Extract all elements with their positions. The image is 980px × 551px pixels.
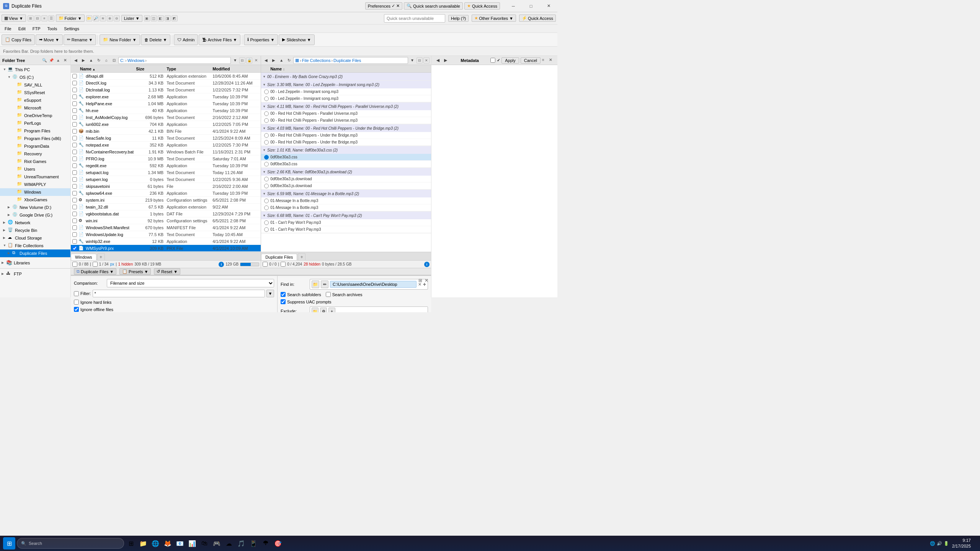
file-row[interactable]: 📦 mib.bin 42.1 KB BIN File 4/1/2024 9:22… xyxy=(71,128,261,135)
header-type[interactable]: Type xyxy=(165,67,211,71)
file-check[interactable] xyxy=(71,74,78,78)
quick-access-item[interactable]: ★ Quick Access xyxy=(464,2,500,10)
find-in-edit-btn[interactable]: ✏ xyxy=(321,280,328,288)
lister-btn[interactable]: Lister ▼ xyxy=(121,15,142,22)
nav-home-btn[interactable]: ⌂ xyxy=(103,57,110,64)
file-check[interactable] xyxy=(71,150,78,154)
lister-icon2-btn[interactable]: ◫ xyxy=(151,15,157,21)
dup-group-header-led-zeppelin[interactable]: ▼Size: 3.30 MB, Name: 00 - Led Zeppelin … xyxy=(261,81,431,88)
right-pane-close-btn[interactable]: ✕ xyxy=(423,57,430,64)
dup-group-header-js-download[interactable]: ▼Size: 2.66 KB, Name: 0df0be30a3.js.down… xyxy=(261,168,431,176)
suppress-uac-cb[interactable] xyxy=(281,299,286,304)
file-check[interactable] xyxy=(71,81,78,85)
file-check[interactable] xyxy=(71,177,78,182)
delete-btn[interactable]: 🗑 Delete ▼ xyxy=(141,34,171,45)
dup-item[interactable]: 01 - Can't Pay Won't Pay.mp3 xyxy=(261,226,431,233)
view-list-btn[interactable]: ≡ xyxy=(41,15,47,21)
left-tab-add-btn[interactable]: + xyxy=(97,253,105,260)
file-check[interactable] xyxy=(71,205,78,209)
file-row[interactable]: 📄 skipsavetoini 61 bytes File 2/16/2022 … xyxy=(71,183,261,190)
file-row[interactable]: 📄 setupact.log 1.34 MB Text Document Tod… xyxy=(71,169,261,176)
right-nav-filter-btn[interactable]: ▼ xyxy=(409,57,416,64)
file-row[interactable]: 📄 setuperr.log 0 bytes Text Document 1/2… xyxy=(71,176,261,183)
tree-item-windows[interactable]: 📁Windows xyxy=(0,188,70,196)
file-check[interactable] xyxy=(71,212,78,216)
file-check[interactable] xyxy=(71,232,78,237)
file-row[interactable]: 📄 vgkbootstatus.dat 1 bytes DAT File 12/… xyxy=(71,210,261,217)
view-btn[interactable]: ▦ View ▼ xyxy=(2,15,26,22)
menu-file[interactable]: File xyxy=(2,26,15,32)
quick-access-btn[interactable]: ⚡ Quick Access xyxy=(519,15,556,22)
right-nav-back-btn[interactable]: ◀ xyxy=(263,57,270,64)
tree-item-cloud-storage[interactable]: ▶☁Cloud Storage xyxy=(0,234,70,242)
right-status-cb1[interactable] xyxy=(263,262,268,267)
tree-item-program-files-x86[interactable]: 📁Program Files (x86) xyxy=(0,135,70,142)
help-btn[interactable]: Help (?) xyxy=(448,15,469,22)
folder-icon4-btn[interactable]: ⊕ xyxy=(107,15,113,21)
tree-item-google-drive[interactable]: ▶💿Google Drive (G:) xyxy=(0,211,70,219)
file-row[interactable]: 🔧 explorer.exe 2.68 MB Application Tuesd… xyxy=(71,93,261,100)
file-check[interactable] xyxy=(71,101,78,106)
status-info-btn[interactable]: i xyxy=(219,262,224,267)
meta-apply-btn[interactable]: Apply xyxy=(501,57,519,64)
tree-search-btn[interactable]: 🔍 xyxy=(41,57,47,64)
close-pref-icon[interactable]: ✕ xyxy=(396,3,400,8)
tree-item-riot-games[interactable]: 📁Riot Games xyxy=(0,158,70,165)
view-detail-btn[interactable]: ☰ xyxy=(48,15,54,21)
dup-item[interactable]: 00 - Red Hot Chilli Peppers - Under the … xyxy=(261,132,431,139)
minimize-btn[interactable]: ─ xyxy=(505,0,522,12)
right-nav-forward-btn[interactable]: ▶ xyxy=(270,57,277,64)
dup-group-header-sting[interactable]: ▼Size: 6.59 MB, Name: 01-Message In a Bo… xyxy=(261,190,431,197)
find-in-box[interactable]: 📁 ✏ C:\Users\saeed\OneDrive\Desktop ✕ + xyxy=(310,279,428,290)
dup-group-header-rhcp-parallel[interactable]: ▼Size: 4.11 MB, Name: 00 - Red Hot Chill… xyxy=(261,103,431,110)
file-row[interactable]: 🔧 hh.exe 40 KB Application Tuesday 10:39… xyxy=(71,107,261,114)
file-row[interactable]: 📄 PFRO.log 10.9 MB Text Document Saturda… xyxy=(71,155,261,162)
admin-btn[interactable]: 🛡 Admin xyxy=(174,34,198,45)
pane-lock-btn[interactable]: 🔒 xyxy=(246,57,252,64)
right-tab-add-btn[interactable]: + xyxy=(298,253,305,260)
file-check[interactable] xyxy=(71,170,78,175)
dup-item[interactable]: 0df0be30a3.css xyxy=(261,161,431,168)
archive-files-btn[interactable]: 🗜 Archive Files ▼ xyxy=(199,34,240,45)
move-btn[interactable]: ➡ Move ▼ xyxy=(36,34,63,45)
tree-item-users[interactable]: 📁Users xyxy=(0,165,70,173)
libraries-item[interactable]: ▶ 📚 Libraries xyxy=(0,259,70,267)
exclude-folder-btn[interactable]: 📁 xyxy=(312,308,318,312)
dup-item[interactable]: 0df0be30a3.js.download xyxy=(261,183,431,189)
file-check[interactable] xyxy=(71,115,78,120)
file-row[interactable]: 🔧 HelpPane.exe 1.04 MB Application Tuesd… xyxy=(71,100,261,107)
file-check[interactable] xyxy=(71,239,78,244)
meta-apply-cb[interactable] xyxy=(490,58,495,63)
status-checkbox2[interactable] xyxy=(93,262,98,267)
tree-item-programdata[interactable]: 📁ProgramData xyxy=(0,142,70,150)
meta-next-btn[interactable]: ▶ xyxy=(442,57,449,64)
exclude-gear-btn[interactable]: ⚙ xyxy=(320,308,327,312)
search-panel-expand-btn[interactable]: ⊞ xyxy=(417,277,423,284)
file-row[interactable]: ⚙ system.ini 219 bytes Configuration set… xyxy=(71,197,261,204)
pane-sync-btn[interactable]: ⊟ xyxy=(239,57,245,64)
maximize-btn[interactable]: □ xyxy=(522,0,540,12)
file-check[interactable] xyxy=(71,129,78,134)
pane-close-btn[interactable]: ✕ xyxy=(253,57,259,64)
right-nav-up-btn[interactable]: ▲ xyxy=(278,57,285,64)
dup-item[interactable]: 0df0be30a3.js.download xyxy=(261,176,431,183)
file-row[interactable]: 📄 NeacSafe.log 11 KB Text Document 12/25… xyxy=(71,135,261,142)
menu-ftp[interactable]: FTP xyxy=(29,26,44,32)
file-check[interactable] xyxy=(71,88,78,92)
dup-group-header-rhcp-bridge[interactable]: ▼Size: 4.03 MB, Name: 00 - Red Hot Chill… xyxy=(261,124,431,132)
right-pane-min-btn[interactable]: ⊟ xyxy=(416,57,423,64)
find-in-folder-btn[interactable]: 📁 xyxy=(312,280,319,288)
right-path-bar[interactable]: ▦ › File Collections › Duplicate Files xyxy=(293,57,408,64)
file-row[interactable]: 📄 WindowsUpdate.log 77.5 KB Text Documen… xyxy=(71,231,261,238)
menu-settings[interactable]: Settings xyxy=(61,26,82,32)
dup-item[interactable]: 00 - Led Zeppelin - Immigrant song.mp3 xyxy=(261,88,431,95)
right-path-dup-files[interactable]: Duplicate Files xyxy=(333,58,361,63)
folder-icon5-btn[interactable]: ⊖ xyxy=(114,15,120,21)
exclude-add-btn[interactable]: + xyxy=(328,308,335,312)
search-panel-close-btn[interactable]: ✕ xyxy=(423,277,430,284)
search-archives-cb[interactable] xyxy=(326,292,331,297)
header-modified[interactable]: Modified xyxy=(211,67,261,71)
tree-item-os-c[interactable]: ▼💿OS (C:) xyxy=(0,73,70,81)
file-row[interactable]: 🔧 regedit.exe 592 KB Application Tuesday… xyxy=(71,162,261,169)
rename-btn[interactable]: ✏ Rename ▼ xyxy=(64,34,96,45)
